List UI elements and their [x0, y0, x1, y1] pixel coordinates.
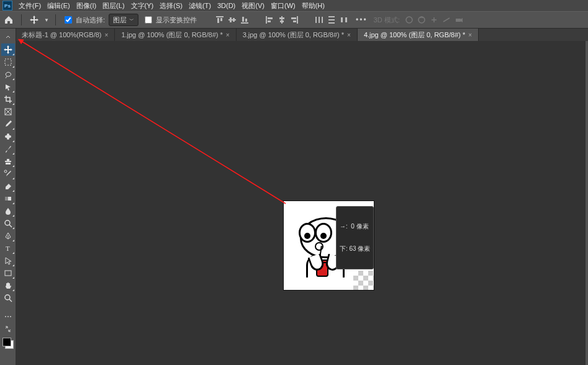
distribute-h-icon[interactable]: [314, 14, 325, 25]
align-hcenter-icon[interactable]: [276, 14, 287, 25]
svg-rect-35: [5, 197, 8, 201]
gradient-tool-icon[interactable]: [1, 192, 15, 205]
show-transform-checkbox[interactable]: 显示变换控件: [142, 14, 197, 25]
svg-rect-9: [266, 16, 267, 24]
eraser-tool-icon[interactable]: [1, 180, 15, 192]
menu-3d[interactable]: 3D(D): [217, 2, 235, 9]
svg-rect-6: [241, 22, 248, 24]
crop-tool-icon[interactable]: [1, 93, 15, 106]
tab-untitled-1[interactable]: 未标题-1 @ 100%(RGB/8) ×: [16, 29, 115, 41]
drag-tip-y: 下: 63 像素: [340, 245, 370, 253]
history-brush-tool-icon[interactable]: [1, 168, 15, 180]
close-icon[interactable]: ×: [468, 32, 472, 38]
svg-rect-10: [268, 17, 273, 19]
home-icon[interactable]: [2, 14, 15, 26]
svg-rect-21: [328, 16, 335, 17]
quick-select-tool-icon[interactable]: [1, 81, 15, 93]
show-transform-label: 显示变换控件: [156, 16, 197, 25]
menu-filter[interactable]: 滤镜(T): [189, 1, 211, 11]
pen-tool-icon[interactable]: [1, 230, 15, 242]
menu-help[interactable]: 帮助(H): [302, 1, 325, 11]
path-select-tool-icon[interactable]: [1, 255, 15, 267]
expand-handle[interactable]: [1, 31, 15, 43]
blur-tool-icon[interactable]: [1, 205, 15, 217]
tab-label: 3.jpg @ 100% (图层 0, RGB/8#) *: [243, 30, 344, 40]
auto-select-input[interactable]: [65, 16, 72, 24]
foreground-color-swatch[interactable]: [2, 338, 11, 346]
dodge-tool-icon[interactable]: [1, 217, 15, 230]
healing-tool-icon[interactable]: [1, 130, 15, 143]
close-icon[interactable]: ×: [105, 32, 109, 38]
tab-1jpg[interactable]: 1.jpg @ 100% (图层 0, RGB/8#) * ×: [115, 29, 236, 41]
svg-rect-2: [220, 18, 222, 21]
orbit-icon: [404, 14, 415, 25]
separator: [55, 14, 56, 25]
svg-rect-23: [328, 22, 335, 24]
align-bottom-icon[interactable]: [239, 14, 250, 25]
swap-colors-icon[interactable]: [1, 323, 15, 335]
brush-tool-icon[interactable]: [1, 143, 15, 155]
tab-4jpg[interactable]: 4.jpg @ 100% (图层 0, RGB/8#) * ×: [358, 29, 479, 41]
slide-icon: [441, 14, 452, 25]
svg-rect-11: [268, 20, 271, 22]
edit-toolbar-icon[interactable]: ⋯: [1, 310, 15, 323]
svg-point-36: [5, 220, 10, 225]
three-d-group: [404, 14, 464, 25]
menu-view[interactable]: 视图(V): [242, 1, 265, 11]
align-top-icon[interactable]: [214, 14, 225, 25]
zoom-tool-icon[interactable]: [1, 292, 15, 304]
rectangle-tool-icon[interactable]: [1, 267, 15, 279]
more-options-icon[interactable]: •••: [356, 16, 368, 24]
drag-offset-tooltip: →: 0 像素 下: 63 像素: [336, 206, 374, 269]
color-swatches[interactable]: [2, 338, 14, 349]
menu-window[interactable]: 窗口(W): [271, 1, 296, 11]
distribute-v-icon[interactable]: [326, 14, 337, 25]
svg-rect-8: [245, 19, 247, 22]
show-transform-input[interactable]: [145, 16, 152, 24]
marquee-tool-icon[interactable]: [1, 56, 15, 68]
close-icon[interactable]: ×: [347, 32, 351, 38]
menu-file[interactable]: 文件(F): [19, 1, 41, 11]
pan-icon: [428, 14, 440, 25]
align-vcenter-icon[interactable]: [227, 14, 238, 25]
distribute-group: [314, 14, 350, 25]
auto-select-checkbox[interactable]: 自动选择:: [62, 14, 105, 25]
type-tool-icon[interactable]: T: [1, 242, 15, 255]
menu-edit[interactable]: 编辑(E): [47, 1, 70, 11]
distribute-spacing-icon[interactable]: [338, 14, 350, 25]
auto-select-label: 自动选择:: [76, 16, 105, 25]
svg-rect-32: [7, 133, 9, 140]
move-tool-icon[interactable]: [28, 14, 40, 26]
svg-point-26: [406, 17, 412, 23]
svg-rect-13: [279, 17, 284, 19]
tab-3jpg[interactable]: 3.jpg @ 100% (图层 0, RGB/8#) * ×: [237, 29, 358, 41]
menu-image[interactable]: 图像(I): [76, 1, 96, 11]
separator: [21, 14, 22, 25]
right-panel-edge: [586, 41, 588, 365]
move-tool-icon[interactable]: [1, 43, 15, 56]
menu-layer[interactable]: 图层(L): [102, 1, 124, 11]
menubar: Ps 文件(F) 编辑(E) 图像(I) 图层(L) 文字(Y) 选择(S) 滤…: [0, 0, 588, 11]
align-right-icon[interactable]: [289, 14, 300, 25]
chevron-down-icon[interactable]: ▼: [44, 17, 49, 23]
menu-select[interactable]: 选择(S): [160, 1, 183, 11]
svg-rect-19: [319, 17, 320, 23]
hand-tool-icon[interactable]: [1, 279, 15, 292]
svg-rect-15: [297, 16, 298, 24]
align-left-icon[interactable]: [264, 14, 275, 25]
eyedropper-tool-icon[interactable]: [1, 118, 15, 130]
options-bar: ▼ 自动选择: 图层 ﹀ 显示变换控件 ••• 3D 模式:: [0, 11, 588, 29]
frame-tool-icon[interactable]: [1, 106, 15, 118]
menu-type[interactable]: 文字(Y): [131, 1, 154, 11]
clone-tool-icon[interactable]: [1, 155, 15, 168]
lasso-tool-icon[interactable]: [1, 68, 15, 81]
layer-dropdown[interactable]: 图层 ﹀: [109, 14, 138, 26]
svg-rect-29: [5, 59, 11, 65]
close-icon[interactable]: ×: [226, 32, 230, 38]
layer-dropdown-label: 图层: [113, 16, 127, 25]
svg-rect-3: [228, 19, 236, 20]
svg-point-39: [5, 295, 10, 300]
svg-rect-20: [322, 17, 323, 23]
canvas-area[interactable]: →: 0 像素 下: 63 像素: [16, 41, 588, 365]
app-logo: Ps: [2, 1, 12, 11]
